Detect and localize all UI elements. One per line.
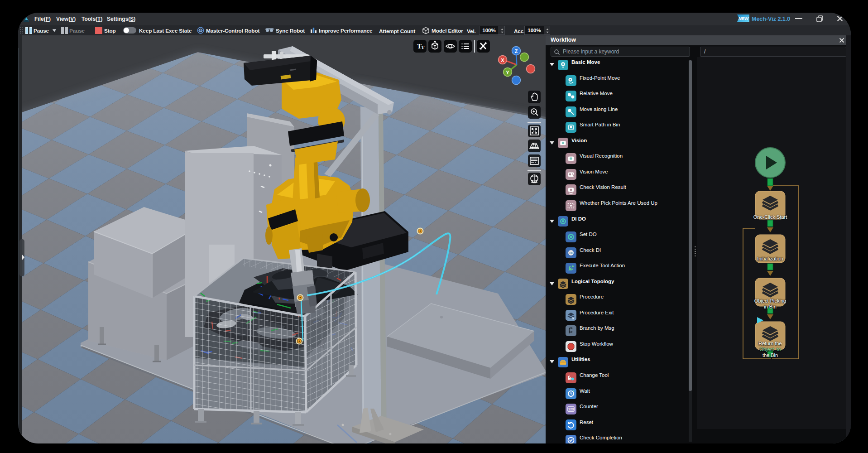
svg-text:123: 123 [568,407,574,411]
svg-text:Z: Z [515,48,518,54]
svg-text:T: T [421,44,425,50]
svg-text:NEW: NEW [739,16,749,21]
svg-text:Y: Y [506,70,509,75]
svg-text:X: X [501,58,504,63]
svg-text:DI: DI [570,251,573,255]
